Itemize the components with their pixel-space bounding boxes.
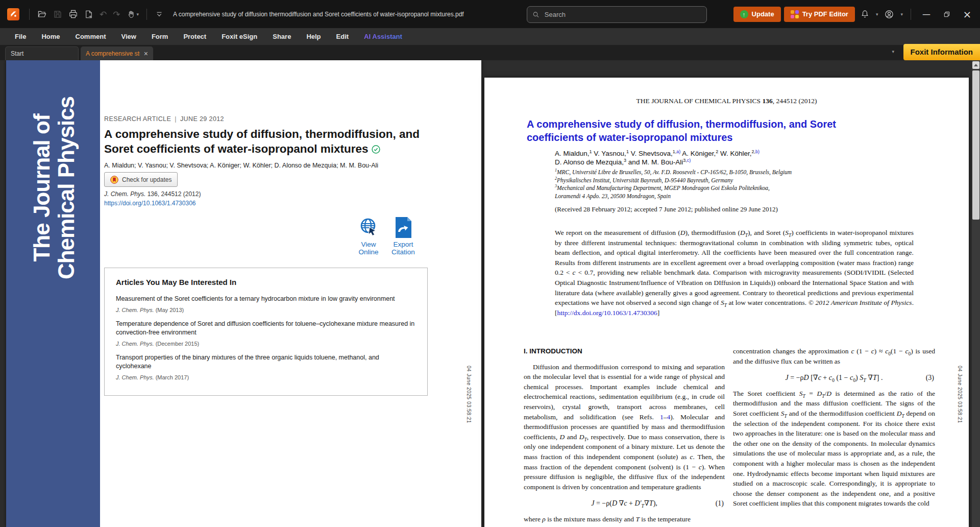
tab-overflow-caret-icon[interactable]: ▾ [891, 49, 895, 54]
document-title: A comprehensive study of diffusion therm… [173, 11, 464, 18]
related-article-title[interactable]: Transport properties of the binary mixtu… [116, 353, 416, 371]
try-pdf-editor-label: Try PDF Editor [802, 10, 848, 18]
equation-3: J = −ρD [∇c + c0 (1 − c0) ST ∇T] . (3) [733, 373, 935, 383]
check-for-updates-label: Check for updates [122, 176, 172, 183]
article-kicker: RESEARCH ARTICLE|JUNE 29 2012 [104, 115, 224, 123]
menu-item-help[interactable]: Help [299, 28, 328, 45]
journal-running-header: THE JOURNAL OF CHEMICAL PHYSICS 136, 244… [484, 97, 969, 105]
create-pdf-button[interactable] [82, 8, 95, 21]
tab-document[interactable]: A comprehensive stu... × [81, 46, 153, 60]
tab-document-label: A comprehensive stu... [86, 50, 140, 57]
undo-button[interactable]: ↶ [97, 8, 109, 21]
foxit-information-banner[interactable]: Foxit Information [903, 44, 980, 60]
restore-button[interactable] [938, 6, 955, 23]
column-right: concentration changes the approximation … [733, 346, 935, 527]
pdf-editor-logo-icon [791, 10, 799, 18]
export-citation-button[interactable]: ExportCitation [391, 217, 415, 256]
scrollbar-thumb[interactable] [972, 70, 979, 220]
menu-item-view[interactable]: View [113, 28, 143, 45]
article-title: A comprehensive study of diffusion, ther… [104, 127, 420, 157]
try-pdf-editor-button[interactable]: Try PDF Editor [784, 7, 855, 22]
export-citation-icon [395, 217, 412, 239]
account-button[interactable] [882, 7, 896, 21]
body-paragraph: The Soret coefficient ST = DT/D is deter… [733, 389, 935, 509]
related-article-meta: J. Chem. Phys. (December 2015) [116, 341, 416, 347]
menu-item-edit[interactable]: Edit [329, 28, 357, 45]
menu-item-share[interactable]: Share [265, 28, 299, 45]
citation-line: J. Chem. Phys. 136, 244512 (2012) [104, 190, 201, 198]
equation-3-number: (3) [926, 373, 934, 383]
related-article-title[interactable]: Measurement of the Soret coefficients fo… [116, 295, 416, 303]
menu-item-foxit-esign[interactable]: Foxit eSign [214, 28, 265, 45]
open-file-button[interactable] [35, 7, 49, 21]
related-article-item: Measurement of the Soret coefficients fo… [116, 295, 416, 313]
menu-item-comment[interactable]: Comment [68, 28, 114, 45]
redo-button[interactable]: ↷ [111, 8, 122, 21]
toolbar-divider [911, 9, 911, 20]
section-heading-introduction: I. INTRODUCTION [524, 346, 725, 356]
article-authors: A. Mialdun; V. Yasnou; V. Shevtsova; A. … [104, 162, 378, 169]
intro-paragraph-continued: where ρ is the mixture mass density and … [524, 514, 725, 524]
account-icon [884, 9, 894, 19]
vertical-scrollbar[interactable] [972, 60, 980, 527]
related-article-item: Temperature dependence of Soret and diff… [116, 320, 416, 347]
body-paragraph: concentration changes the approximation … [733, 346, 935, 366]
download-timestamp-watermark: 04 June 2025 03:58:21 [466, 366, 472, 423]
related-articles-box: Articles You May Be Interested In Measur… [104, 268, 428, 396]
menu-item-ai-assistant[interactable]: AI Assistant [356, 28, 410, 45]
scroll-up-button[interactable] [972, 61, 979, 69]
pdf-page-1: The Journal of Chemical Physics RESEARCH… [6, 60, 481, 527]
titlebar: ↶ ↷ ▾ A comprehensive study of diffusion… [0, 0, 980, 28]
paper-affiliations: 1MRC, Université Libre de Bruxelles, 50,… [555, 169, 792, 200]
notifications-caret-icon[interactable]: ▾ [875, 12, 879, 17]
close-button[interactable]: × [959, 6, 976, 23]
menu-item-file[interactable]: File [7, 28, 34, 45]
crossmark-icon [110, 176, 118, 184]
related-article-meta: J. Chem. Phys. (May 2013) [116, 307, 416, 313]
journal-name-vertical: The Journal of Chemical Physics [30, 97, 79, 279]
update-button[interactable]: ↑ Update [733, 7, 781, 22]
save-button[interactable] [51, 8, 64, 21]
view-online-button[interactable]: ViewOnline [358, 217, 379, 256]
menu-item-form[interactable]: Form [144, 28, 176, 45]
doi-link[interactable]: https://doi.org/10.1063/1.4730306 [104, 200, 195, 207]
toolbar-divider [146, 9, 147, 20]
tabbar: Start A comprehensive stu... × ▾ Foxit I… [0, 45, 980, 60]
column-left: I. INTRODUCTION Diffusion and thermodiff… [524, 346, 725, 527]
related-article-item: Transport properties of the binary mixtu… [116, 353, 416, 380]
paper-title: A comprehensive study of diffusion, ther… [527, 117, 836, 144]
hand-tool-button[interactable]: ▾ [125, 8, 141, 21]
access-check-icon [372, 142, 380, 157]
journal-cover-strip: The Journal of Chemical Physics [6, 60, 100, 527]
pdf-page-2: THE JOURNAL OF CHEMICAL PHYSICS 136, 244… [484, 78, 969, 527]
equation-1: J = −ρ(D ∇c + D′T∇T), (1) [524, 498, 725, 509]
notifications-button[interactable] [858, 7, 872, 21]
menu-item-protect[interactable]: Protect [176, 28, 214, 45]
print-button[interactable] [66, 7, 80, 21]
search-box[interactable] [527, 6, 707, 23]
related-articles-heading: Articles You May Be Interested In [116, 278, 416, 286]
minimize-button[interactable]: — [918, 6, 935, 23]
tab-start-label: Start [11, 50, 73, 57]
globe-cursor-icon [358, 217, 379, 239]
received-dates: (Received 28 February 2012; accepted 7 J… [555, 205, 778, 213]
scroll-up-arrow-icon [974, 64, 978, 66]
foxit-reader-window: ↶ ↷ ▾ A comprehensive study of diffusion… [0, 0, 980, 527]
collapse-toolbar-button[interactable] [153, 8, 166, 21]
download-timestamp-watermark: 04 June 2025 03:58:21 [957, 366, 963, 423]
tab-close-icon[interactable]: × [144, 50, 148, 57]
check-for-updates-button[interactable]: Check for updates [104, 172, 178, 187]
related-article-title[interactable]: Temperature dependence of Soret and diff… [116, 320, 416, 337]
account-caret-icon[interactable]: ▾ [899, 12, 904, 17]
update-label: Update [752, 10, 774, 18]
related-article-meta: J. Chem. Phys. (March 2017) [116, 374, 416, 380]
search-input[interactable] [544, 10, 701, 19]
paper-abstract: We report on the measurement of diffusio… [555, 228, 914, 318]
document-viewport: The Journal of Chemical Physics RESEARCH… [0, 60, 980, 527]
menu-item-home[interactable]: Home [34, 28, 67, 45]
paper-authors: A. Mialdun,1 V. Yasnou,1 V. Shevtsova,1,… [555, 149, 760, 166]
restore-icon [943, 11, 950, 18]
hand-tool-caret-icon: ▾ [137, 12, 139, 17]
tab-start[interactable]: Start [5, 46, 79, 60]
update-arrow-icon: ↑ [740, 10, 748, 18]
